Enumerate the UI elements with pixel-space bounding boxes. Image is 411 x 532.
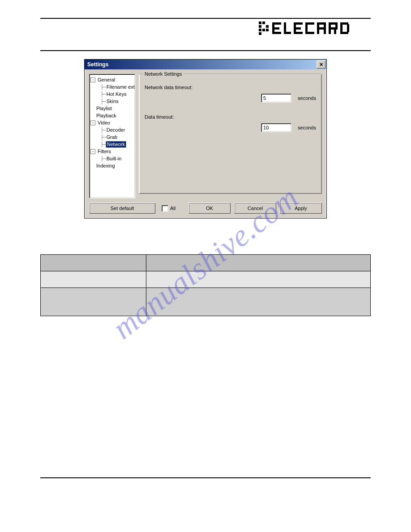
- ok-button[interactable]: OK: [188, 203, 231, 214]
- svg-rect-29: [334, 29, 336, 34]
- tree-item-label: Playback: [95, 113, 117, 118]
- svg-rect-32: [347, 24, 349, 32]
- tree-item-label: Video: [97, 120, 111, 125]
- tree-item-indexing[interactable]: Indexing: [90, 162, 134, 169]
- elecard-logo: [259, 21, 371, 37]
- tree-item-label: General: [97, 77, 116, 82]
- tree-item-label: Skins: [106, 99, 120, 104]
- tree-item-grab[interactable]: ├─Grab: [90, 133, 134, 141]
- cancel-button[interactable]: Cancel: [234, 203, 276, 214]
- tree-item-label: Decoder: [106, 127, 126, 133]
- all-checkbox-label: All: [170, 206, 176, 211]
- tree-item-built-in[interactable]: ├─Built-in: [90, 155, 134, 162]
- svg-rect-4: [259, 29, 261, 31]
- titlebar[interactable]: Settings ✕: [85, 60, 326, 69]
- svg-rect-33: [340, 32, 348, 34]
- seconds-label: seconds: [298, 125, 316, 130]
- tree-item-video[interactable]: -Video: [90, 119, 134, 126]
- svg-rect-5: [262, 29, 265, 31]
- tree-item-label: Hot Keys: [106, 91, 128, 97]
- header-rule-bottom: [40, 50, 371, 51]
- table-cell: [146, 288, 370, 316]
- apply-button[interactable]: Apply: [280, 203, 322, 214]
- svg-rect-16: [294, 27, 301, 30]
- svg-rect-7: [259, 32, 261, 35]
- dialog-title: Settings: [87, 61, 317, 68]
- table-header-row: [41, 255, 371, 271]
- svg-rect-2: [259, 25, 261, 28]
- tree-item-label: Indexing: [95, 163, 116, 168]
- tree-item-label: Network: [106, 141, 126, 148]
- settings-tree[interactable]: -General ├─Filename extension ├─Hot Keys…: [89, 74, 135, 198]
- tree-item-skins[interactable]: ├─Skins: [90, 98, 134, 105]
- svg-rect-20: [305, 32, 314, 34]
- tree-branch-icon: ├─: [90, 99, 106, 104]
- network-data-timeout-row: Network data timeout:: [145, 82, 316, 92]
- svg-rect-11: [272, 32, 281, 34]
- header-rule-top: [40, 18, 371, 19]
- tree-branch-icon: ├─: [90, 127, 106, 133]
- logo-row: [40, 21, 371, 37]
- table-row: [41, 288, 371, 316]
- data-timeout-row: Data timeout:: [145, 112, 316, 122]
- dialog-button-bar: Set default All OK Cancel Apply: [85, 201, 326, 218]
- close-icon[interactable]: ✕: [317, 60, 325, 69]
- collapse-icon[interactable]: -: [90, 149, 95, 154]
- table-cell: [41, 271, 146, 288]
- group-legend: Network Settings: [143, 71, 184, 77]
- tree-item-filename-extension[interactable]: ├─Filename extension: [90, 83, 134, 90]
- data-timeout-input[interactable]: 10: [261, 123, 291, 132]
- tree-item-filters[interactable]: -Filters: [90, 148, 134, 155]
- tree-item-label: Grab: [106, 134, 118, 140]
- table-cell: [146, 271, 370, 288]
- all-checkbox[interactable]: [162, 205, 168, 212]
- collapse-icon[interactable]: -: [90, 77, 95, 82]
- tree-branch-icon: ├─: [90, 142, 106, 147]
- svg-rect-17: [294, 32, 303, 34]
- tree-item-playlist[interactable]: Playlist: [90, 105, 134, 112]
- tree-item-playback[interactable]: Playback: [90, 112, 134, 119]
- collapse-icon[interactable]: -: [90, 120, 95, 125]
- tree-item-label: Filters: [97, 149, 112, 154]
- tree-item-label: Playlist: [95, 106, 113, 111]
- description-table: [40, 254, 371, 316]
- svg-rect-24: [317, 27, 326, 30]
- svg-rect-6: [266, 29, 269, 31]
- tree-item-label: Filename extension: [106, 84, 135, 90]
- tree-branch-icon: ├─: [90, 84, 106, 90]
- tree-item-hot-keys[interactable]: ├─Hot Keys: [90, 90, 134, 98]
- svg-rect-1: [262, 21, 265, 24]
- tree-item-network[interactable]: ├─Network: [90, 141, 134, 148]
- svg-rect-0: [259, 21, 261, 24]
- table-cell: [41, 288, 146, 316]
- table-row: [41, 271, 371, 288]
- seconds-label: seconds: [298, 95, 316, 101]
- network-settings-group: Network Settings Network data timeout: 5…: [139, 74, 322, 194]
- svg-rect-3: [266, 25, 269, 28]
- set-default-button[interactable]: Set default: [89, 203, 155, 214]
- table-header-left: [41, 255, 146, 271]
- network-data-timeout-label: Network data timeout:: [145, 85, 212, 90]
- table-header-right: [146, 255, 370, 271]
- settings-dialog: Settings ✕ -General ├─Filename extension…: [84, 59, 327, 219]
- tree-branch-icon: ├─: [90, 91, 106, 97]
- settings-screenshot: Settings ✕ -General ├─Filename extension…: [84, 59, 327, 219]
- footer-rule: [40, 477, 371, 478]
- svg-rect-10: [272, 27, 279, 30]
- tree-item-decoder[interactable]: ├─Decoder: [90, 126, 134, 133]
- network-data-timeout-input[interactable]: 5: [261, 94, 291, 103]
- svg-rect-13: [284, 32, 291, 34]
- tree-item-label: Built-in: [106, 156, 123, 161]
- tree-branch-icon: ├─: [90, 134, 106, 140]
- data-timeout-label: Data timeout:: [145, 114, 212, 120]
- tree-branch-icon: ├─: [90, 156, 106, 162]
- tree-item-general[interactable]: -General: [90, 76, 134, 83]
